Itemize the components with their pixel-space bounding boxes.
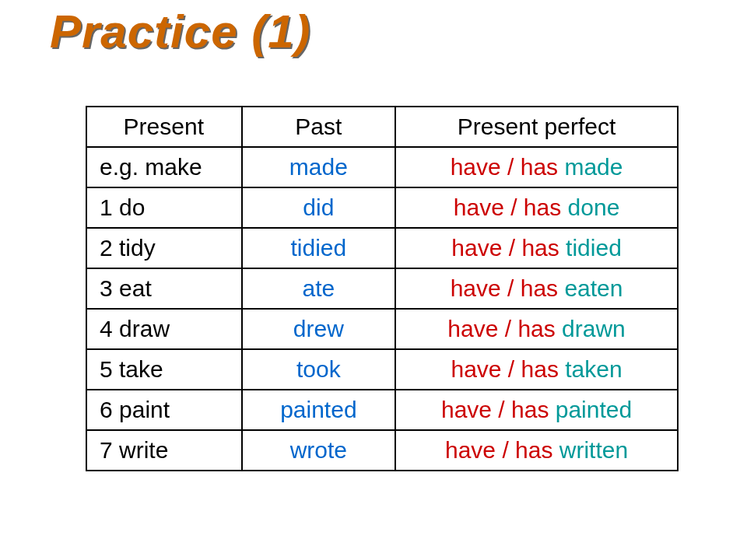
cell-present: e.g. make xyxy=(86,147,242,187)
table-row: 6 paint painted have / has painted xyxy=(86,390,678,430)
cell-present: 4 draw xyxy=(86,309,242,349)
cell-present-perfect: have / has drawn xyxy=(395,309,678,349)
cell-present-perfect: have / has made xyxy=(395,147,678,187)
header-present: Present xyxy=(86,107,242,147)
table-row: 7 write wrote have / has written xyxy=(86,430,678,471)
header-past: Past xyxy=(242,107,396,147)
table-row: 3 eat ate have / has eaten xyxy=(86,268,678,309)
cell-past: did xyxy=(242,187,396,228)
table-row: 1 do did have / has done xyxy=(86,187,678,228)
pp-aux: have / has xyxy=(454,194,568,220)
pp-participle: eaten xyxy=(564,275,622,301)
pp-aux: have / has xyxy=(445,437,559,463)
pp-participle: taken xyxy=(565,356,622,382)
table-row: 4 draw drew have / has drawn xyxy=(86,309,678,349)
pp-aux: have / has xyxy=(451,356,565,382)
table-row: e.g. make made have / has made xyxy=(86,147,678,187)
cell-past: wrote xyxy=(242,430,396,471)
cell-present: 2 tidy xyxy=(86,228,242,268)
cell-past: made xyxy=(242,147,396,187)
cell-present: 6 paint xyxy=(86,390,242,430)
cell-present: 1 do xyxy=(86,187,242,228)
pp-aux: have / has xyxy=(451,235,566,261)
table-header-row: Present Past Present perfect xyxy=(86,107,678,147)
cell-past: ate xyxy=(242,268,396,309)
page-title: Practice (1) xyxy=(50,5,311,58)
pp-participle: written xyxy=(559,437,628,463)
table-row: 5 take took have / has taken xyxy=(86,349,678,390)
cell-present-perfect: have / has painted xyxy=(395,390,678,430)
pp-aux: have / has xyxy=(441,397,556,422)
cell-past: took xyxy=(242,349,396,390)
cell-present: 7 write xyxy=(86,430,242,471)
cell-present-perfect: have / has tidied xyxy=(395,228,678,268)
cell-past: tidied xyxy=(242,228,396,268)
cell-past: drew xyxy=(242,309,396,349)
cell-present-perfect: have / has done xyxy=(395,187,678,228)
slide: Practice (1) Present Past Present perfec… xyxy=(0,0,747,560)
pp-participle: drawn xyxy=(562,316,626,341)
cell-present-perfect: have / has written xyxy=(395,430,678,471)
pp-participle: done xyxy=(568,194,620,220)
verb-table: Present Past Present perfect e.g. make m… xyxy=(86,106,679,471)
pp-aux: have / has xyxy=(447,316,562,341)
cell-present-perfect: have / has eaten xyxy=(395,268,678,309)
header-present-perfect: Present perfect xyxy=(395,107,678,147)
table-row: 2 tidy tidied have / has tidied xyxy=(86,228,678,268)
pp-participle: made xyxy=(564,154,622,180)
pp-aux: have / has xyxy=(451,154,565,180)
pp-aux: have / has xyxy=(451,275,565,301)
cell-present-perfect: have / has taken xyxy=(395,349,678,390)
pp-participle: painted xyxy=(556,397,632,422)
cell-present: 3 eat xyxy=(86,268,242,309)
cell-present: 5 take xyxy=(86,349,242,390)
pp-participle: tidied xyxy=(566,235,622,261)
cell-past: painted xyxy=(242,390,396,430)
